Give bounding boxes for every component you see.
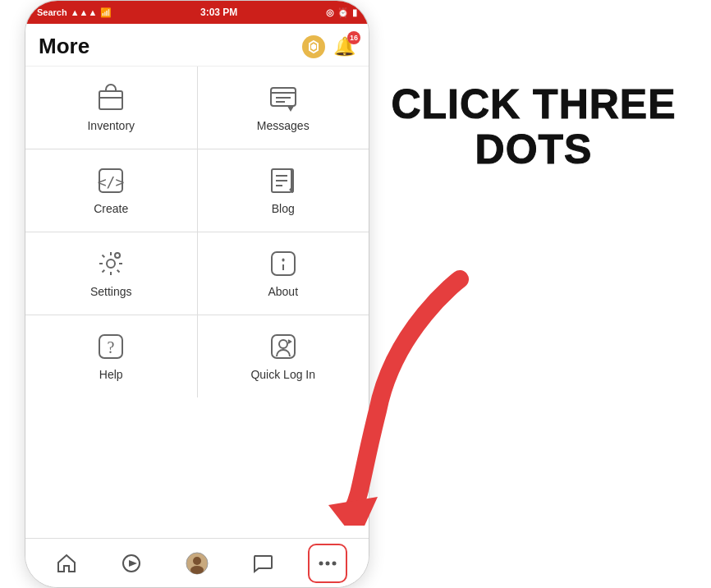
svg-marker-34 — [328, 497, 378, 526]
arrow-svg — [312, 263, 493, 526]
menu-item-blog[interactable]: Blog — [198, 149, 369, 232]
status-bar: Search ▲▲▲ 📶 3:03 PM ◎ ⏰ ▮ — [25, 1, 369, 24]
menu-item-create[interactable]: </> Create — [25, 149, 197, 232]
svg-marker-27 — [129, 560, 137, 567]
play-icon — [121, 553, 142, 574]
robux-icon[interactable] — [302, 35, 325, 58]
help-label: Help — [99, 368, 123, 381]
svg-point-31 — [319, 561, 323, 565]
svg-point-33 — [333, 561, 337, 565]
arrow-indicator — [312, 263, 493, 526]
svg-point-32 — [326, 561, 330, 565]
notification-badge: 16 — [347, 31, 360, 44]
quicklogin-label: Quick Log In — [250, 368, 315, 381]
app-header: More 🔔 16 — [25, 24, 369, 67]
create-label: Create — [94, 202, 128, 215]
svg-point-25 — [279, 340, 287, 348]
svg-marker-1 — [311, 44, 316, 50]
blog-label: Blog — [272, 202, 295, 215]
location-icon: ◎ — [326, 7, 334, 18]
nav-more[interactable] — [308, 544, 347, 583]
svg-point-14 — [107, 260, 115, 268]
inventory-icon — [96, 83, 126, 113]
search-label: Search — [37, 7, 67, 17]
quicklogin-icon — [268, 332, 298, 361]
more-dots-icon — [317, 553, 338, 574]
nav-play[interactable] — [112, 544, 151, 583]
battery-icon: ▮ — [352, 7, 357, 18]
avatar-icon — [186, 552, 209, 575]
menu-item-help[interactable]: ? Help — [25, 315, 197, 397]
svg-point-15 — [115, 253, 120, 258]
status-bar-left: Search ▲▲▲ 📶 — [37, 7, 112, 18]
messages-label: Messages — [257, 119, 310, 132]
menu-item-settings[interactable]: Settings — [25, 232, 197, 315]
settings-label: Settings — [90, 285, 132, 298]
svg-point-21 — [282, 259, 284, 261]
messages-icon — [268, 83, 298, 113]
bottom-nav — [25, 538, 369, 587]
annotation-area: CLICK THREE DOTS — [378, 82, 690, 172]
page-title: More — [39, 34, 89, 59]
annotation-text: CLICK THREE DOTS — [391, 82, 676, 172]
svg-text:</>: </> — [98, 173, 125, 191]
create-icon: </> — [96, 166, 126, 195]
wifi-icon: 📶 — [100, 7, 112, 18]
status-bar-right: ◎ ⏰ ▮ — [326, 7, 357, 18]
notification-bell[interactable]: 🔔 16 — [333, 36, 356, 57]
blog-icon — [268, 166, 298, 195]
svg-text:?: ? — [108, 338, 115, 356]
menu-item-inventory[interactable]: Inventory — [25, 67, 197, 149]
svg-rect-24 — [272, 335, 295, 358]
svg-point-29 — [193, 557, 201, 565]
svg-rect-2 — [99, 91, 122, 109]
help-icon: ? — [96, 332, 126, 361]
signal-icon: ▲▲▲ — [71, 7, 98, 17]
about-label: About — [268, 285, 298, 298]
home-icon — [56, 553, 77, 574]
svg-rect-18 — [272, 252, 295, 275]
about-icon — [268, 249, 298, 278]
menu-item-messages[interactable]: Messages — [198, 67, 369, 149]
chat-icon — [252, 553, 273, 574]
nav-avatar[interactable] — [177, 544, 217, 583]
nav-chat[interactable] — [243, 544, 282, 583]
header-icons: 🔔 16 — [302, 35, 356, 58]
alarm-icon: ⏰ — [337, 7, 349, 18]
nav-home[interactable] — [47, 544, 86, 583]
status-bar-time: 3:03 PM — [200, 7, 237, 18]
settings-icon — [96, 249, 126, 278]
svg-point-30 — [190, 566, 204, 574]
inventory-label: Inventory — [87, 119, 135, 132]
